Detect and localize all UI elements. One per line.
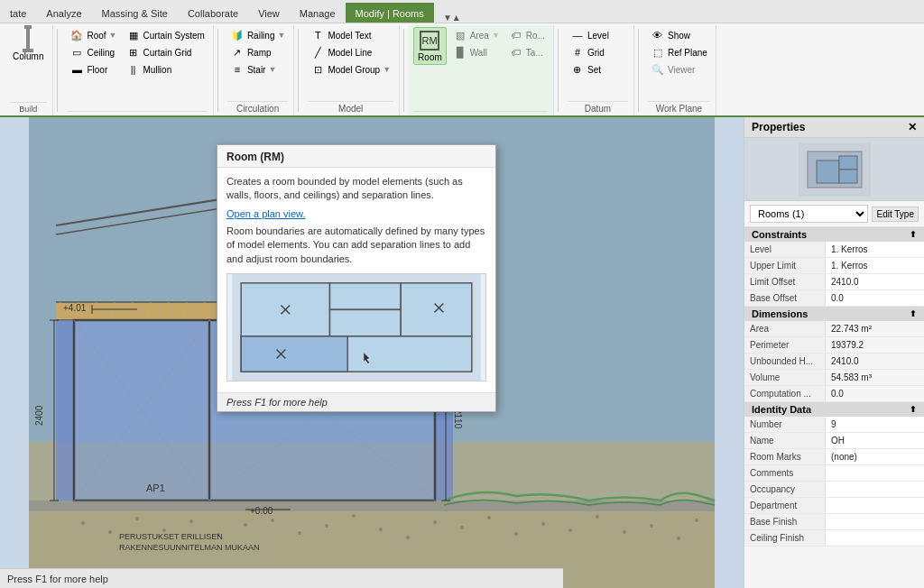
- label-ap1: AP1: [146, 482, 165, 493]
- room-icon: RM: [419, 30, 440, 51]
- show-button[interactable]: 👁 Show: [648, 27, 710, 43]
- svg-rect-1: [26, 29, 30, 49]
- svg-point-49: [135, 517, 139, 520]
- prop-label-computation: Computation ...: [744, 386, 826, 401]
- prop-value-room-marks[interactable]: (none): [826, 449, 924, 464]
- svg-point-59: [406, 536, 410, 539]
- prop-value-base-finish[interactable]: [826, 514, 924, 529]
- stair-button[interactable]: ≡ Stair ▼: [227, 61, 289, 78]
- prop-value-volume: 54.583 m³: [826, 370, 924, 385]
- svg-point-58: [379, 528, 383, 531]
- ramp-icon: ↗: [230, 45, 245, 60]
- roof-button[interactable]: 🏠 Roof ▼: [67, 27, 119, 43]
- grid-button[interactable]: # Grid: [568, 44, 612, 60]
- constraints-section-header[interactable]: Constraints ⬆: [744, 227, 924, 242]
- room-button[interactable]: RM Room: [413, 27, 447, 65]
- prop-row-upper-limit: Upper Limit 1. Kerros: [744, 258, 924, 274]
- prop-value-comments[interactable]: [826, 465, 924, 481]
- ribbon-group-datum: — Level # Grid ⊕ Set Datum: [562, 25, 634, 115]
- rooms-dropdown[interactable]: Rooms (1): [750, 205, 868, 223]
- ribbon: tate Analyze Massing & Site Collaborate …: [0, 0, 924, 117]
- floor-button[interactable]: ▬ Floor: [67, 61, 119, 78]
- model-text-button[interactable]: T Model Text: [308, 27, 393, 43]
- column-button[interactable]: Column: [9, 27, 47, 63]
- prop-value-base-offset[interactable]: 0.0: [826, 290, 924, 306]
- curtain-grid-icon: ⊞: [126, 45, 141, 60]
- tooltip-link[interactable]: Open a plan view.: [226, 208, 486, 219]
- svg-point-51: [189, 519, 193, 523]
- tab-massing[interactable]: Massing & Site: [92, 3, 178, 23]
- prop-row-base-offset: Base Offset 0.0: [744, 290, 924, 307]
- prop-value-occupancy[interactable]: [826, 482, 924, 497]
- prop-row-volume: Volume 54.583 m³: [744, 370, 924, 386]
- viewer-button[interactable]: 🔍 Viewer: [648, 61, 710, 78]
- ribbon-group-circulation: 🔰 Railing ▼ ↗ Ramp ≡ Stair ▼ Circulati: [222, 25, 295, 115]
- properties-panel: Properties ✕ Rooms (1) Edit Type Con: [744, 117, 924, 588]
- model-line-icon: ╱: [310, 45, 325, 60]
- ramp-button[interactable]: ↗ Ramp: [227, 44, 289, 60]
- ribbon-tab-bar: tate Analyze Massing & Site Collaborate …: [0, 0, 924, 23]
- set-button[interactable]: ⊕ Set: [568, 61, 612, 78]
- svg-rect-101: [241, 336, 347, 372]
- svg-point-61: [460, 526, 464, 529]
- model-line-button[interactable]: ╱ Model Line: [308, 44, 393, 60]
- curtain-system-button[interactable]: ▦ Curtain System: [124, 27, 208, 43]
- build-col-1: 🏠 Roof ▼ ▭ Ceiling ▬ Floor: [67, 27, 119, 78]
- prop-value-department[interactable]: [826, 498, 924, 513]
- datum-col: — Level # Grid ⊕ Set: [568, 27, 612, 78]
- tab-view[interactable]: View: [248, 3, 290, 23]
- dimensions-section-header[interactable]: Dimensions ⬆: [744, 307, 924, 321]
- model-group-button[interactable]: ⊡ Model Group ▼: [308, 61, 393, 78]
- tab-manage[interactable]: Manage: [290, 3, 346, 23]
- railing-icon: 🔰: [230, 28, 245, 42]
- tab-analyze[interactable]: Analyze: [36, 3, 91, 23]
- svg-point-47: [81, 521, 85, 525]
- prop-label-ceiling-finish: Ceiling Finish: [744, 530, 826, 546]
- prop-value-upper-limit[interactable]: 1. Kerros: [826, 258, 924, 273]
- properties-close-icon[interactable]: ✕: [908, 121, 917, 133]
- tag-room-button[interactable]: 🏷 Ro...: [506, 27, 548, 43]
- prop-row-room-marks: Room Marks (none): [744, 449, 924, 465]
- tab-annotate[interactable]: tate: [0, 3, 36, 23]
- curtain-grid-button[interactable]: ⊞ Curtain Grid: [124, 44, 208, 60]
- set-icon: ⊕: [570, 62, 585, 77]
- railing-button[interactable]: 🔰 Railing ▼: [227, 27, 289, 43]
- svg-rect-108: [839, 156, 857, 170]
- identity-section-header[interactable]: Identity Data ⬆: [744, 402, 924, 417]
- canvas-area[interactable]: YP1 AP1 +4.01 +0.00 2400 2110 1:3: [0, 117, 744, 588]
- svg-rect-0: [24, 25, 32, 29]
- prop-value-level[interactable]: 1. Kerros: [826, 242, 924, 257]
- constraints-arrow: ⬆: [910, 230, 917, 239]
- status-bar: Press F1 for more help: [0, 568, 563, 588]
- prop-value-ceiling-finish[interactable]: [826, 530, 924, 546]
- tag-area-button[interactable]: 🏷 Ta...: [506, 44, 548, 60]
- ref-plane-button[interactable]: ⬚ Ref Plane: [648, 44, 710, 60]
- grid-icon: #: [570, 45, 585, 60]
- prop-value-name[interactable]: OH: [826, 433, 924, 448]
- prop-label-name: Name: [744, 433, 826, 448]
- model-col: T Model Text ╱ Model Line ⊡ Model Group …: [308, 27, 393, 78]
- prop-value-limit-offset[interactable]: 2410.0: [826, 274, 924, 289]
- level-button[interactable]: — Level: [568, 27, 612, 43]
- circulation-col: 🔰 Railing ▼ ↗ Ramp ≡ Stair ▼: [227, 27, 289, 78]
- mullion-icon: ||: [126, 62, 141, 77]
- tab-extra[interactable]: ▼▲: [434, 13, 470, 23]
- ceiling-button[interactable]: ▭ Ceiling: [67, 44, 119, 60]
- wall-button[interactable]: ▉ Wall: [450, 44, 503, 60]
- area-button[interactable]: ▧ Area ▼: [450, 27, 503, 43]
- svg-point-60: [433, 520, 437, 524]
- column-icon: [17, 29, 39, 51]
- tab-collaborate[interactable]: Collaborate: [178, 3, 248, 23]
- svg-point-54: [271, 519, 274, 522]
- prop-value-number[interactable]: 9: [826, 417, 924, 432]
- tab-modify-rooms[interactable]: Modify | Rooms: [346, 3, 434, 23]
- room-items: RM Room ▧ Area ▼ ▉ Wall: [413, 27, 548, 111]
- prop-label-room-marks: Room Marks: [744, 449, 826, 464]
- roof-icon: 🏠: [69, 28, 84, 42]
- tag-area-icon: 🏷: [509, 45, 523, 60]
- svg-point-48: [108, 530, 112, 534]
- ribbon-group-column: Column Build: [4, 25, 53, 115]
- edit-type-button[interactable]: Edit Type: [872, 207, 919, 222]
- group-label-build: Build: [9, 102, 47, 114]
- mullion-button[interactable]: || Mullion: [124, 61, 208, 78]
